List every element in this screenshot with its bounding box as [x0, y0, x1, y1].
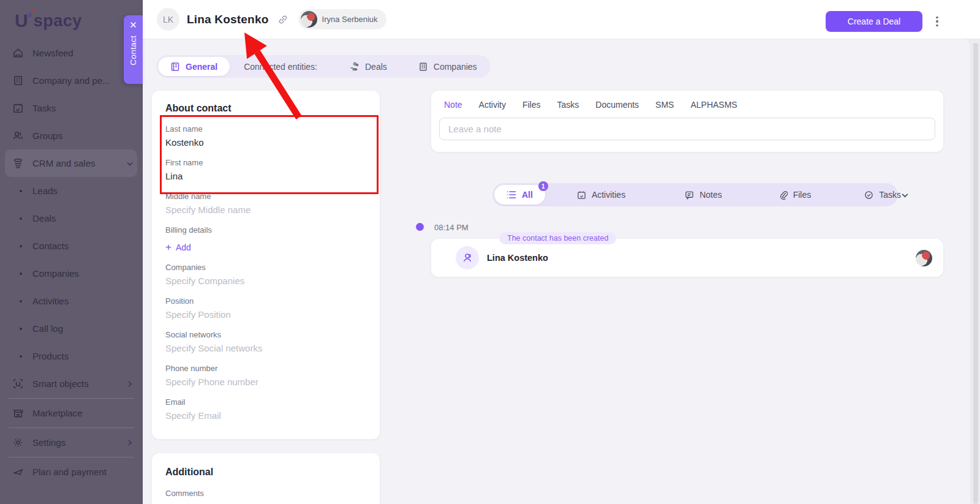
owner-chip[interactable]: Iryna Serbeniuk [298, 9, 386, 29]
sidebar-subitem-call-log[interactable]: Call log [0, 315, 142, 342]
composer-tab-activity[interactable]: Activity [479, 100, 506, 110]
sidebar-subitem-leads[interactable]: Leads [0, 177, 142, 205]
note-bubble-icon [685, 190, 694, 200]
sidebar-item-label: Settings [32, 437, 66, 448]
calendar-check-icon [11, 102, 24, 115]
chevron-down-icon [126, 160, 134, 167]
sidebar-subitem-activities[interactable]: Activities [0, 287, 142, 315]
filter-all[interactable]: All 1 [494, 185, 545, 205]
chevron-down-icon[interactable] [901, 191, 909, 199]
bullet-icon [20, 245, 22, 247]
document-icon [170, 62, 180, 72]
subitem-label: Products [32, 351, 69, 361]
field-position[interactable]: Position Specify Position [165, 296, 366, 320]
sidebar-item-tasks[interactable]: Tasks [0, 94, 142, 122]
sidebar-item-groups[interactable]: Groups [0, 122, 142, 149]
check-circle-icon [864, 190, 873, 200]
tab-general[interactable]: General [158, 57, 230, 76]
scrollbar-thumb[interactable] [973, 43, 978, 504]
sidebar: U spacy Newsfeed Company and pe... [0, 0, 143, 504]
tab-companies[interactable]: Companies [418, 62, 477, 72]
people-icon [11, 129, 24, 143]
filter-tasks[interactable]: Tasks [864, 190, 901, 200]
bullet-icon [20, 190, 22, 192]
filter-activities[interactable]: Activities [577, 190, 625, 200]
sidebar-divider [9, 427, 134, 428]
chevron-right-icon [126, 380, 134, 388]
filter-label: Activities [592, 190, 625, 200]
uspacy-logo[interactable]: U spacy [0, 0, 142, 37]
filter-notes[interactable]: Notes [685, 190, 722, 200]
filter-label: Files [793, 190, 812, 200]
owner-name: Iryna Serbeniuk [322, 15, 378, 24]
panel-title: Additional [165, 467, 366, 478]
composer-tab-files[interactable]: Files [522, 100, 541, 110]
additional-panel: Additional Comments [152, 453, 380, 504]
field-email[interactable]: Email Specify Email [165, 397, 366, 421]
subitem-label: Companies [32, 268, 79, 279]
sidebar-subitem-contacts[interactable]: Contacts [0, 232, 142, 260]
create-deal-button[interactable]: Create a Deal [826, 11, 922, 32]
more-options-icon[interactable] [932, 14, 942, 29]
contact-slideover-tab[interactable]: ✕ Contact [124, 15, 143, 84]
sidebar-item-plan-and-payment[interactable]: Plan and payment [0, 458, 142, 486]
close-icon[interactable]: ✕ [129, 20, 137, 29]
sidebar-subitem-products[interactable]: Products [0, 342, 142, 370]
field-phone-number[interactable]: Phone number Specify Phone number [165, 364, 366, 387]
tab-label: Companies [434, 62, 477, 72]
sidebar-subitem-deals[interactable]: Deals [0, 205, 142, 232]
page: U spacy Newsfeed Company and pe... [0, 0, 980, 504]
bullet-icon [20, 355, 22, 358]
sidebar-item-newsfeed[interactable]: Newsfeed [0, 39, 142, 67]
sidebar-item-company-and-people[interactable]: Company and pe... [0, 67, 142, 94]
sidebar-item-settings[interactable]: Settings [0, 429, 142, 456]
logo-text: spacy [34, 12, 82, 31]
event-contact-name[interactable]: Lina Kostenko [487, 253, 548, 263]
filter-label: Notes [699, 190, 722, 200]
sidebar-item-crm-and-sales[interactable]: CRM and sales [5, 149, 137, 177]
subitem-label: Activities [32, 296, 69, 306]
note-input[interactable] [439, 118, 935, 140]
sidebar-item-label: Smart objects [32, 378, 89, 389]
add-billing-button[interactable]: + Add [165, 242, 366, 252]
responsible-avatar [916, 250, 932, 266]
smart-objects-icon [11, 377, 24, 391]
bullet-icon [20, 273, 22, 275]
composer-tab-sms[interactable]: SMS [655, 100, 674, 110]
timeline-filter-bar: All 1 Activities Notes Files Tasks [492, 183, 898, 206]
composer-card: Note Activity Files Tasks Documents SMS … [431, 91, 943, 152]
field-social-networks[interactable]: Social networks Specify Social networks [165, 330, 366, 353]
composer-tab-note[interactable]: Note [444, 100, 462, 110]
composer-tab-alphasms[interactable]: ALPHASMS [690, 100, 737, 110]
sidebar-item-label: Groups [32, 130, 62, 141]
contact-header: LK Lina Kostenko Iryna Serbeniuk Create … [143, 0, 980, 39]
deal-icon [349, 61, 360, 72]
timeline-event-card[interactable]: Lina Kostenko [431, 239, 943, 277]
entity-tabs: General Connected entities: Deals Compan… [156, 55, 491, 78]
sidebar-subitem-companies[interactable]: Companies [0, 260, 142, 287]
subitem-label: Contacts [32, 241, 69, 251]
composer-tab-tasks[interactable]: Tasks [557, 100, 579, 110]
sidebar-item-label: Tasks [32, 103, 56, 113]
sidebar-item-smart-objects[interactable]: Smart objects [0, 370, 142, 397]
subitem-label: Deals [32, 213, 56, 224]
field-companies[interactable]: Companies Specify Companies [165, 263, 366, 286]
field-last-name[interactable]: Last name Kostenko [165, 124, 366, 148]
payment-icon [11, 465, 24, 479]
filter-label: Tasks [879, 190, 901, 200]
gear-icon [11, 436, 24, 449]
logo-u-icon: U [15, 10, 28, 31]
sidebar-item-marketplace[interactable]: Marketplace [0, 399, 142, 427]
slideover-tab-label: Contact [129, 36, 138, 66]
chevron-right-icon [126, 439, 134, 446]
field-middle-name[interactable]: Middle name Specify Middle name [165, 192, 366, 215]
copy-link-icon[interactable] [277, 14, 288, 25]
filter-files[interactable]: Files [779, 190, 812, 200]
field-first-name[interactable]: First name Lina [165, 158, 366, 181]
subitem-label: Call log [32, 323, 63, 334]
sidebar-item-label: Company and pe... [32, 75, 110, 86]
sidebar-divider [9, 457, 134, 457]
composer-tab-documents[interactable]: Documents [595, 100, 639, 110]
page-title: Lina Kostenko [187, 13, 269, 26]
tab-deals[interactable]: Deals [349, 61, 387, 72]
